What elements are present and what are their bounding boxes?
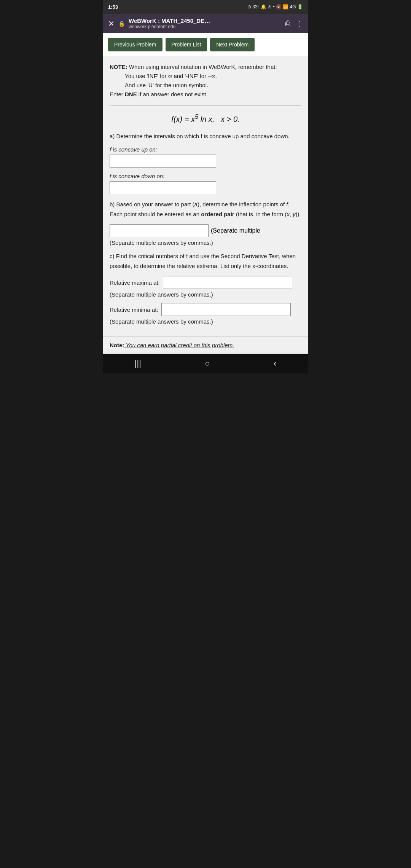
close-icon[interactable]: ✕ (108, 19, 115, 28)
note-box: NOTE: When using interval notation in We… (110, 62, 301, 99)
note-dne: DNE (125, 91, 137, 97)
browser-url-block: WeBWorK : MATH_2450_DE… webwork.piedmont… (129, 18, 282, 29)
browser-chrome: ✕ 🔒 WeBWorK : MATH_2450_DE… webwork.pied… (103, 14, 308, 33)
f-italic-up: f is concave up on: (110, 146, 157, 153)
note-text2: You use 'INF' for ∞ and '-INF' for −∞. (110, 72, 301, 81)
status-icons-text: ⊙ 33° 🔔 ⚠ • 🔇 📶 4G 🔋 (247, 4, 303, 10)
f-italic-down: f is concave down on: (110, 173, 164, 179)
concave-up-input[interactable] (110, 155, 216, 168)
separate-note-maxima: (Separate multiple answers by commas.) (110, 291, 301, 298)
lock-icon: 🔒 (118, 21, 125, 27)
concave-up-label: f is concave up on: (110, 146, 301, 153)
part-a-intro: a) Determine the intervals on which f is… (110, 131, 301, 141)
inflection-row: (Separate multiple (110, 224, 301, 237)
concave-down-input[interactable] (110, 181, 216, 194)
status-icons: ⊙ 33° 🔔 ⚠ • 🔇 📶 4G 🔋 (247, 4, 303, 10)
separate-multiple-inline: (Separate multiple (211, 227, 260, 234)
maxima-row: Relative maxima at: (110, 276, 301, 289)
minima-label: Relative minima at: (110, 306, 158, 313)
nav-buttons-bar: Previous Problem Problem List Next Probl… (103, 33, 308, 56)
problem-list-button[interactable]: Problem List (166, 38, 207, 51)
minima-row: Relative minima at: (110, 303, 301, 316)
menu-icon[interactable]: ||| (135, 359, 141, 369)
browser-url: webwork.piedmont.edu (129, 24, 282, 29)
previous-problem-button[interactable]: Previous Problem (108, 38, 162, 51)
note-label: NOTE: (110, 64, 127, 70)
separate-note-b: (Separate multiple answers by commas.) (110, 239, 301, 246)
bottom-note: Note: You can earn partial credit on thi… (103, 336, 308, 354)
bottom-note-label: Note: (110, 342, 124, 348)
concave-down-label: f is concave down on: (110, 173, 301, 179)
note-text1: When using interval notation in WeBWorK,… (127, 64, 277, 70)
note-text5: if an answer does not exist. (137, 91, 208, 97)
home-icon[interactable]: ○ (205, 359, 210, 369)
time: 1:53 (108, 4, 118, 10)
nav-bar: ||| ○ ‹ (103, 354, 308, 373)
main-content: NOTE: When using interval notation in We… (103, 56, 308, 336)
browser-actions: ⎙ ⋮ (285, 19, 303, 28)
more-options-icon[interactable]: ⋮ (295, 19, 303, 28)
part-b-intro: b) Based on your answer to part (a), det… (110, 199, 301, 219)
part-a-text: a) Determine the intervals on which f is… (110, 133, 290, 139)
bottom-note-text: You can earn partial credit on this prob… (124, 342, 234, 348)
maxima-label: Relative maxima at: (110, 279, 160, 286)
note-text4: Enter (110, 91, 125, 97)
browser-title: WeBWorK : MATH_2450_DE… (129, 18, 282, 24)
part-c-intro: c) Find the critical numbers of f and us… (110, 251, 301, 271)
separate-note-minima: (Separate multiple answers by commas.) (110, 318, 301, 325)
minima-input[interactable] (161, 303, 291, 316)
maxima-input[interactable] (163, 276, 292, 289)
back-icon[interactable]: ‹ (274, 359, 276, 369)
formula-text: f(x) = x5 ln x, x > 0. (171, 115, 239, 123)
share-icon[interactable]: ⎙ (285, 19, 290, 28)
part-c-text: c) Find the critical numbers of f and us… (110, 253, 296, 269)
formula-block: f(x) = x5 ln x, x > 0. (110, 113, 301, 124)
note-text3: And use 'U' for the union symbol. (110, 81, 301, 90)
status-bar: 1:53 ⊙ 33° 🔔 ⚠ • 🔇 📶 4G 🔋 (103, 0, 308, 14)
divider (110, 105, 301, 105)
ordered-pair-bold: ordered pair (201, 211, 234, 217)
next-problem-button[interactable]: Next Problem (210, 38, 255, 51)
inflection-input[interactable] (110, 224, 209, 237)
